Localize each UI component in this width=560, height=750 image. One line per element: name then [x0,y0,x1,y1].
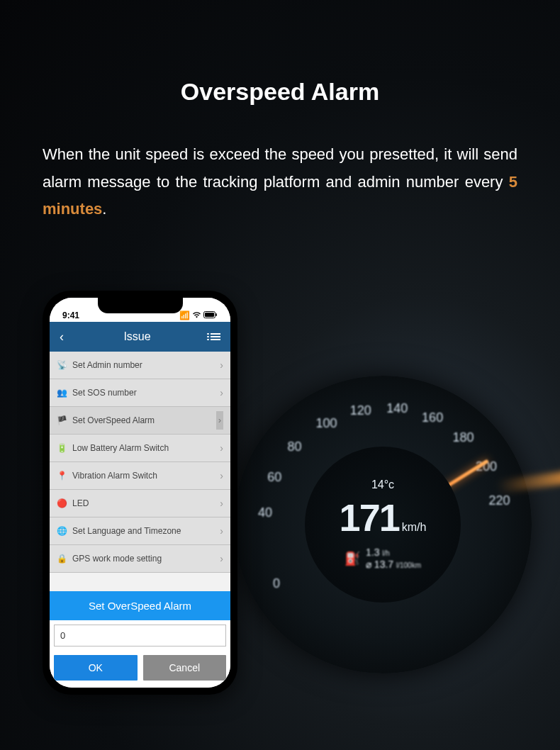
temperature-value: 14°c [371,478,394,491]
wifi-icon [192,310,201,320]
list-item-icon: 👥 [57,388,67,398]
list-item[interactable]: 🔒GPS work mode setting› [50,545,230,573]
list-item-icon: 🏴 [57,415,67,425]
chevron-right-icon: › [220,359,223,371]
list-item-icon: 📡 [57,360,67,370]
list-item[interactable]: 🌐Set Language and Timezone› [50,517,230,545]
list-item-label: LED [72,498,89,508]
speed-unit: km/h [402,521,427,533]
chevron-right-icon: › [220,553,223,564]
list-item[interactable]: 🔋Low Battery Alarm Switch› [50,435,230,462]
chevron-right-icon: › [220,498,223,509]
menu-icon[interactable] [211,333,220,340]
speedo-tick: 180 [452,430,474,445]
ok-button[interactable]: OK [54,655,138,681]
battery-icon [203,310,218,320]
settings-list: 📡Set Admin number›👥Set SOS number›🏴Set O… [50,352,230,573]
overspeed-input[interactable] [54,625,226,647]
list-item-icon: 🔒 [57,554,67,564]
list-item-label: GPS work mode setting [72,554,162,564]
list-item-icon: 🔴 [57,498,67,508]
page-title: Overspeed Alarm [0,0,560,106]
chevron-right-icon: › [220,470,223,481]
list-item-icon: 🌐 [57,526,67,536]
fuel-icon: ⛽ [345,551,360,566]
svg-rect-1 [205,313,214,317]
desc-text-post: . [102,200,106,218]
list-item-icon: 📍 [57,471,67,481]
modal-title: Set OverSpeed Alarm [50,591,230,620]
speedo-tick: 40 [258,505,272,520]
svg-rect-2 [216,313,218,316]
phone-frame: 9:41 📶 ‹ Issue 📡Set Admin number›👥Set SO… [43,291,237,695]
list-item[interactable]: 🔴LED› [50,490,230,517]
speedo-tick: 120 [350,403,371,418]
fuel-row: ⛽ 1.3 l/h ⌀ 13.7 l/100km [345,547,421,571]
list-item-label: Vibration Alarm Switch [72,471,157,481]
phone-screen: 9:41 📶 ‹ Issue 📡Set Admin number›👥Set SO… [50,298,230,688]
speedo-tick: 60 [267,470,281,485]
fuel-consumption-avg: 13.7 [374,559,393,570]
list-item[interactable]: 👥Set SOS number› [50,379,230,407]
list-item[interactable]: 📡Set Admin number› [50,352,230,379]
fuel-unit-instant: l/h [382,549,390,557]
list-item-label: Set Language and Timezone [72,526,181,536]
speedo-tick: 140 [386,401,408,416]
speedo-tick: 80 [287,440,301,454]
speedo-tick: 220 [488,493,510,508]
back-button[interactable]: ‹ [60,330,64,345]
speedo-tick: 100 [316,416,337,431]
chevron-right-icon: › [220,442,223,454]
page-description: When the unit speed is exceed the speed … [43,141,517,223]
phone-notch [98,298,183,313]
chevron-right-icon: › [220,387,223,398]
fuel-consumption-instant: 1.3 [366,547,379,558]
list-item[interactable]: 📍Vibration Alarm Switch› [50,462,230,490]
fuel-unit-avg: l/100km [396,561,421,569]
list-item-label: Set Admin number [72,360,142,370]
speedo-tick: 0 [273,576,280,591]
chevron-right-icon: › [220,525,223,537]
nav-header: ‹ Issue [50,322,230,352]
list-item-label: Set OverSpeed Alarm [72,415,155,425]
desc-text-pre: When the unit speed is exceed the speed … [43,145,517,191]
cancel-button[interactable]: Cancel [143,655,227,681]
speed-readout: 171km/h [340,496,427,539]
speedometer-display: 14°c 171km/h ⛽ 1.3 l/h ⌀ 13.7 l/100km [305,447,461,603]
list-item-label: Set SOS number [72,388,137,398]
list-item-label: Low Battery Alarm Switch [72,443,169,453]
speedo-tick: 160 [422,410,443,425]
speedometer: 0406080100120140160180200220 14°c 171km/… [234,376,532,673]
overspeed-modal: Set OverSpeed Alarm OK Cancel [50,591,230,688]
status-time: 9:41 [62,310,79,320]
signal-icon: 📶 [179,310,190,320]
chevron-right-icon: › [216,411,223,430]
list-item[interactable]: 🏴Set OverSpeed Alarm› [50,407,230,435]
list-item-icon: 🔋 [57,443,67,453]
speed-value: 171 [340,496,399,539]
nav-title: Issue [123,330,150,343]
